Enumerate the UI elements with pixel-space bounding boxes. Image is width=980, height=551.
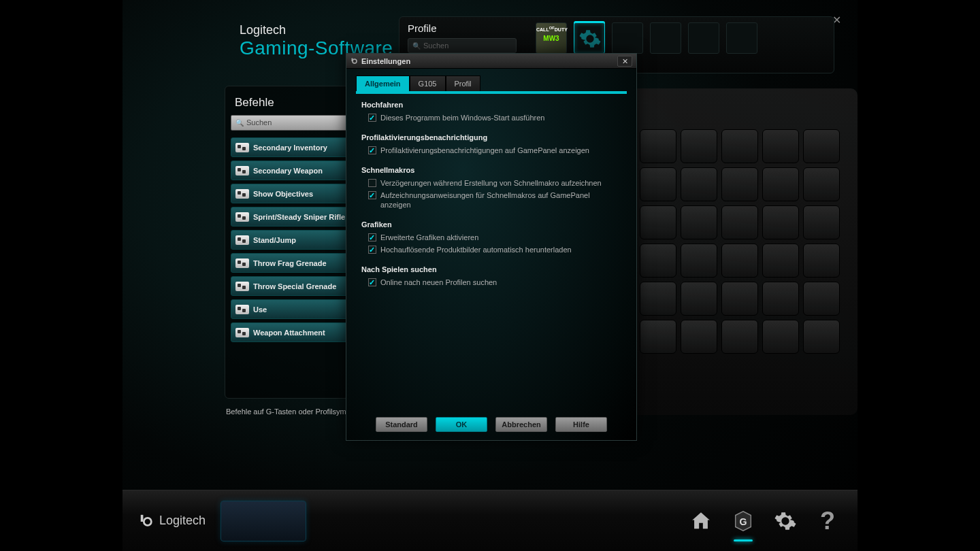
kbd-key [803,320,840,354]
checkbox-icon [368,191,376,199]
profile-tile-2[interactable] [612,22,643,54]
checkbox-label: Dieses Programm beim Windows-Start ausfü… [380,113,544,122]
kbd-key [803,282,840,316]
command-label: Throw Frag Grenade [253,259,327,267]
settings-close-button[interactable]: ✕ [617,56,632,67]
settings-group: GrafikenErweiterte Grafiken aktivierenHo… [361,220,621,254]
command-label: Secondary Inventory [253,144,327,152]
svg-rect-3 [141,514,144,521]
settings-group: ProfilaktivierungsbenachrichtigungProfil… [361,133,621,155]
help-icon-button[interactable]: ? [814,507,841,535]
svg-point-2 [144,518,151,525]
logitech-icon [350,57,359,65]
checkbox-icon [368,114,376,122]
command-label: Stand/Jump [253,236,296,244]
checkbox-label: Aufzeichnungsanweisungen für Schnellmakr… [380,190,621,210]
kbd-key [721,129,758,163]
command-label: Show Objectives [253,190,313,198]
kbd-key [640,282,676,316]
checkbox-icon [368,233,376,241]
kbd-key [721,244,758,278]
kbd-key [640,205,676,239]
checkbox-row[interactable]: Verzögerungen während Erstellung von Sch… [368,178,621,188]
gear-icon [578,27,602,50]
profile-tile-1[interactable] [574,22,605,54]
settings-dialog: Einstellungen ✕ AllgemeinG105Profil Hoch… [346,53,637,441]
checkbox-row[interactable]: Dieses Programm beim Windows-Start ausfü… [368,113,621,122]
checkbox-label: Online nach neuen Profilen suchen [380,278,497,287]
kbd-key [640,320,676,354]
kbd-key [681,129,717,163]
kbd-key [803,205,840,239]
svg-rect-1 [352,58,353,61]
checkbox-label: Hochauflösende Produktbilder automatisch… [380,245,572,254]
kbd-key [762,282,799,316]
checkbox-row[interactable]: Aufzeichnungsanweisungen für Schnellmakr… [368,190,621,210]
kbd-key [640,244,676,278]
help-button[interactable]: Hilfe [555,417,607,432]
gkey-button[interactable]: G [730,507,757,535]
settings-group-title: Grafiken [361,220,621,229]
checkbox-label: Erweiterte Grafiken aktivieren [380,233,478,242]
bottom-bar: Logitech G ? [122,490,858,551]
profile-search-input[interactable]: Suchen [408,38,517,53]
settings-group-title: Nach Spielen suchen [361,265,621,273]
home-button[interactable] [687,507,715,535]
command-label: Weapon Attachment [253,329,325,337]
kbd-key [803,244,840,278]
settings-button[interactable] [772,507,799,535]
command-label: Use [253,305,267,314]
key-icon [235,189,249,199]
checkbox-row[interactable]: Online nach neuen Profilen suchen [368,278,621,287]
default-button[interactable]: Standard [376,417,427,432]
svg-text:G: G [739,516,747,527]
profile-tile-0[interactable]: CALLOFDUTYMW3 [536,22,567,54]
tab-allgemein[interactable]: Allgemein [356,76,410,91]
ok-button[interactable]: OK [436,417,487,432]
key-icon [235,328,249,337]
settings-titlebar[interactable]: Einstellungen ✕ [346,54,636,69]
checkbox-icon [368,146,376,154]
command-label: Throw Special Grenade [253,282,336,290]
key-icon [235,282,249,291]
kbd-key [721,282,758,316]
checkbox-row[interactable]: Profilaktivierungsbenachrichtigungen auf… [368,146,621,155]
tab-profil[interactable]: Profil [446,76,480,91]
kbd-key [762,244,799,278]
tab-g105[interactable]: G105 [410,76,446,91]
settings-title: Einstellungen [361,57,410,65]
cancel-button[interactable]: Abbrechen [495,417,547,432]
settings-body: HochfahrenDieses Programm beim Windows-S… [346,94,636,287]
key-icon [235,166,249,176]
key-icon [235,258,249,268]
brand-mark: Logitech [139,514,206,529]
home-icon [689,510,713,533]
key-icon [235,305,249,314]
brand-line1: Logitech [240,23,393,37]
key-icon [235,212,249,222]
svg-point-0 [353,59,357,63]
checkbox-row[interactable]: Erweiterte Grafiken aktivieren [368,233,621,242]
checkbox-icon [368,246,376,254]
kbd-key [721,167,758,201]
settings-group: SchnellmakrosVerzögerungen während Erste… [361,166,621,210]
checkbox-row[interactable]: Hochauflösende Produktbilder automatisch… [368,245,621,254]
kbd-key [681,167,717,201]
settings-group-title: Profilaktivierungsbenachrichtigung [361,133,621,141]
profile-tile-5[interactable] [726,22,757,54]
settings-group: Nach Spielen suchenOnline nach neuen Pro… [361,265,621,287]
command-label: Sprint/Steady Sniper Rifle [253,213,345,221]
kbd-key [721,320,758,354]
profile-tile-3[interactable] [650,22,681,54]
gear-icon [774,510,797,533]
checkbox-icon [368,179,376,187]
brand-mark-text: Logitech [159,514,206,528]
kbd-key [803,167,840,201]
gkey-icon: G [732,510,755,533]
device-thumbnail[interactable] [220,501,306,541]
kbd-key [762,129,799,163]
profile-tile-4[interactable] [688,22,719,54]
checkbox-icon [368,278,376,286]
kbd-key [681,282,717,316]
kbd-key [721,205,758,239]
